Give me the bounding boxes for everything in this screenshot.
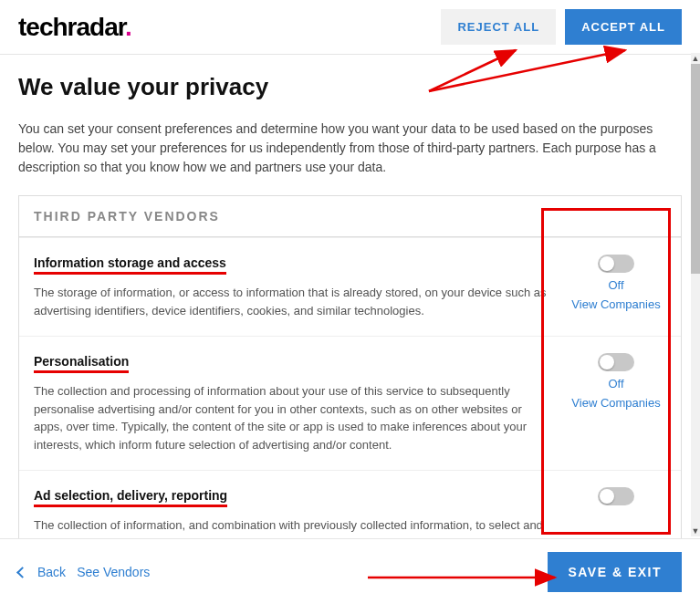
panel-header: THIRD PARTY VENDORS: [19, 196, 681, 237]
footer-left: Back See Vendors: [18, 565, 150, 579]
vendors-panel: THIRD PARTY VENDORS Information storage …: [18, 195, 682, 538]
footer: Back See Vendors SAVE & EXIT: [0, 538, 700, 605]
category-main: Information storage and access The stora…: [34, 255, 548, 319]
toggle-personalisation[interactable]: [598, 353, 634, 371]
brand-logo: techradar.: [18, 13, 131, 42]
header: techradar. REJECT ALL ACCEPT ALL: [0, 0, 700, 55]
view-companies-link[interactable]: View Companies: [571, 297, 660, 311]
toggle-knob: [600, 489, 614, 504]
content-area: We value your privacy You can set your c…: [0, 55, 700, 538]
toggle-knob: [600, 355, 614, 369]
toggle-ad-selection[interactable]: [598, 487, 634, 505]
category-title: Personalisation: [34, 354, 129, 373]
toggle-state: Off: [608, 278, 623, 292]
accept-all-button[interactable]: ACCEPT ALL: [565, 9, 682, 45]
category-ad-selection: Ad selection, delivery, reporting The co…: [19, 470, 681, 538]
category-personalisation: Personalisation The collection and proce…: [19, 336, 681, 470]
category-main: Ad selection, delivery, reporting The co…: [34, 487, 548, 538]
category-main: Personalisation The collection and proce…: [34, 353, 548, 453]
logo-text: techradar: [18, 13, 125, 41]
reject-all-button[interactable]: REJECT ALL: [441, 9, 556, 45]
category-desc: The collection of information, and combi…: [34, 516, 548, 538]
chevron-left-icon: [16, 567, 28, 578]
category-controls: Off View Companies: [566, 255, 666, 319]
intro-text: You can set your consent preferences and…: [18, 120, 682, 177]
category-controls: Off View Companies: [566, 353, 666, 453]
see-vendors-link[interactable]: See Vendors: [77, 565, 150, 579]
save-exit-button[interactable]: SAVE & EXIT: [548, 552, 682, 592]
toggle-info-storage[interactable]: [598, 255, 634, 273]
category-title: Information storage and access: [34, 255, 226, 275]
page-title: We value your privacy: [18, 73, 682, 101]
toggle-state: Off: [608, 377, 623, 390]
back-link[interactable]: Back: [37, 565, 66, 579]
toggle-knob: [600, 256, 614, 271]
category-desc: The collection and processing of informa…: [34, 382, 548, 453]
category-desc: The storage of information, or access to…: [34, 284, 548, 319]
logo-dot: .: [125, 13, 131, 41]
category-info-storage: Information storage and access The stora…: [19, 237, 681, 336]
category-title: Ad selection, delivery, reporting: [34, 488, 227, 507]
header-buttons: REJECT ALL ACCEPT ALL: [441, 9, 682, 45]
category-controls: [566, 487, 666, 538]
view-companies-link[interactable]: View Companies: [571, 396, 660, 410]
